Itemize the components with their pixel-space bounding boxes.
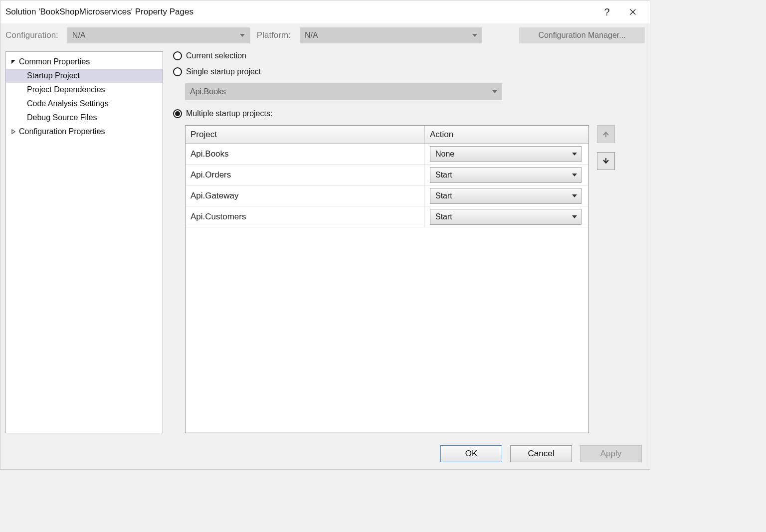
chevron-down-icon [572,174,577,177]
close-button[interactable] [620,0,646,23]
chevron-down-icon [492,90,497,93]
tree-label: Startup Project [27,71,80,80]
cancel-button[interactable]: Cancel [510,445,572,462]
property-pages-dialog: Solution 'BookShopMicroservices' Propert… [0,0,650,470]
ok-button[interactable]: OK [440,445,502,462]
radio-icon [173,51,182,60]
single-startup-value: Api.Books [190,87,226,96]
table-row[interactable]: Api.Customers Start [186,206,588,227]
expander-expanded-icon [10,58,17,65]
radio-icon [173,109,182,118]
radio-current-selection[interactable]: Current selection [173,51,645,60]
tree-label: Debug Source Files [27,113,97,122]
platform-label: Platform: [257,30,291,40]
dialog-body: Common Properties Startup Project Projec… [0,47,650,438]
action-value: Start [435,212,452,221]
titlebar: Solution 'BookShopMicroservices' Propert… [0,0,650,23]
radio-label: Single startup project [186,67,261,76]
radio-label: Current selection [186,51,246,60]
radio-single-startup[interactable]: Single startup project [173,67,645,76]
project-cell: Api.Orders [186,165,425,185]
tree-node-debug-source-files[interactable]: Debug Source Files [6,111,163,125]
action-dropdown[interactable]: Start [430,188,581,204]
configuration-dropdown[interactable]: N/A [67,27,250,43]
action-dropdown[interactable]: Start [430,167,581,183]
multiple-startup-area: Project Action Api.Books None [185,125,645,433]
configuration-value: N/A [72,31,86,40]
radio-label: Multiple startup projects: [186,109,272,118]
table-row[interactable]: Api.Books None [186,144,588,165]
tree-label: Common Properties [19,57,90,66]
window-title: Solution 'BookShopMicroservices' Propert… [5,7,594,17]
chevron-down-icon [472,34,477,37]
action-dropdown[interactable]: None [430,146,581,162]
table-row[interactable]: Api.Orders Start [186,165,588,185]
radio-multiple-startup[interactable]: Multiple startup projects: [173,109,645,118]
tree-node-startup-project[interactable]: Startup Project [6,69,163,83]
chevron-down-icon [572,194,577,197]
arrow-down-icon [602,157,610,165]
chevron-down-icon [572,153,577,156]
apply-button[interactable]: Apply [580,445,642,462]
close-icon [629,8,636,15]
svg-marker-3 [12,130,15,134]
arrow-up-icon [602,130,610,138]
configuration-manager-button[interactable]: Configuration Manager... [519,27,645,43]
startup-project-panel: Current selection Single startup project… [173,51,645,433]
single-startup-dropdown[interactable]: Api.Books [185,83,502,100]
action-cell: Start [425,206,588,227]
expander-collapsed-icon [10,128,17,135]
configuration-row: Configuration: N/A Platform: N/A Configu… [0,23,650,47]
tree-node-configuration-properties[interactable]: Configuration Properties [6,125,163,139]
reorder-buttons [597,125,615,433]
grid-body: Api.Books None Api.Orders [186,144,588,433]
tree-node-project-dependencies[interactable]: Project Dependencies [6,83,163,97]
project-cell: Api.Gateway [186,185,425,206]
action-cell: Start [425,185,588,206]
action-cell: None [425,144,588,164]
column-header-project[interactable]: Project [186,126,425,143]
action-value: None [435,150,454,159]
help-button[interactable]: ? [594,0,620,23]
tree-label: Project Dependencies [27,85,105,94]
grid-header: Project Action [186,126,588,144]
move-up-button[interactable] [597,125,615,143]
tree-label: Code Analysis Settings [27,99,109,108]
chevron-down-icon [240,34,245,37]
tree-node-common-properties[interactable]: Common Properties [6,55,163,69]
action-value: Start [435,171,452,179]
platform-value: N/A [305,31,318,40]
chevron-down-icon [572,215,577,218]
column-header-action[interactable]: Action [425,126,588,143]
platform-dropdown[interactable]: N/A [300,27,482,43]
startup-projects-grid: Project Action Api.Books None [185,125,589,433]
configuration-label: Configuration: [5,30,58,40]
dialog-footer: OK Cancel Apply [0,438,650,469]
property-tree[interactable]: Common Properties Startup Project Projec… [5,51,163,433]
action-dropdown[interactable]: Start [430,209,581,225]
table-row[interactable]: Api.Gateway Start [186,185,588,206]
move-down-button[interactable] [597,152,615,170]
project-cell: Api.Customers [186,206,425,227]
action-cell: Start [425,165,588,185]
tree-node-code-analysis-settings[interactable]: Code Analysis Settings [6,97,163,111]
radio-icon [173,67,182,76]
tree-label: Configuration Properties [19,127,105,136]
svg-marker-2 [11,60,15,64]
action-value: Start [435,191,452,200]
project-cell: Api.Books [186,144,425,164]
